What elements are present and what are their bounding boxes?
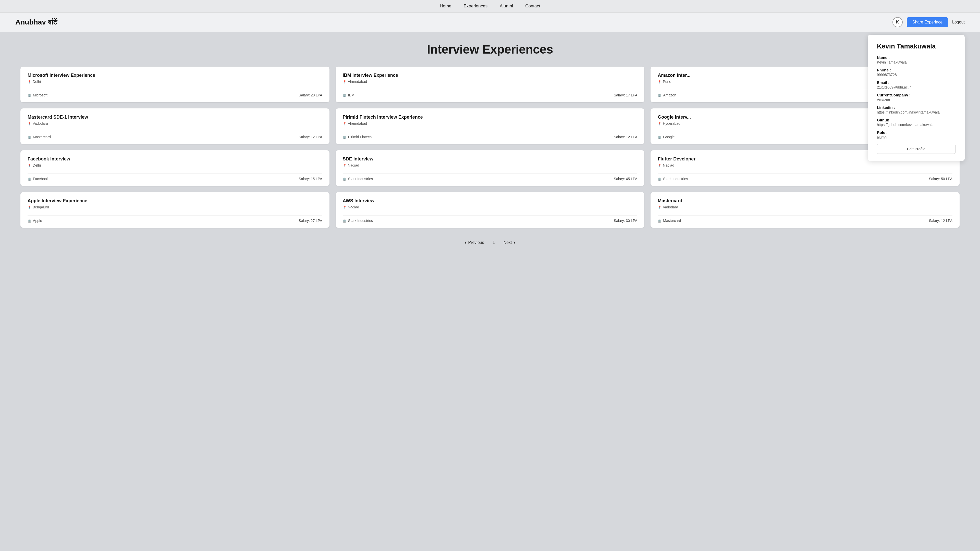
location-icon (343, 205, 347, 209)
nav-home[interactable]: Home (440, 3, 451, 9)
card-company-name: Microsoft (33, 93, 48, 97)
card-item[interactable]: AWS Interview Nadiad Stark Industries Sa… (336, 192, 645, 228)
card-location-text: Hyderabad (663, 121, 680, 125)
card-location-text: Vadodara (663, 205, 678, 209)
card-company-name: Facebook (33, 177, 48, 181)
card-company: Mastercard (658, 219, 681, 223)
card-company-name: Google (663, 135, 675, 139)
pagination: Previous 1 Next (21, 238, 959, 257)
card-location-text: Pune (663, 79, 671, 84)
card-location: Ahmedabad (343, 79, 638, 84)
profile-company-label: CurrentCompany : (877, 93, 956, 97)
github-link[interactable]: https://github.com/kevintamakuwala (877, 123, 934, 127)
card-salary: Salary: 45 LPA (614, 177, 637, 181)
building-icon (343, 135, 347, 139)
card-location: Ahemdabad (343, 121, 638, 125)
card-item[interactable]: SDE Interview Nadiad Stark Industries Sa… (336, 150, 645, 186)
profile-linkedin-value: https://linkedin.com/in/kevintamakuwala (877, 110, 956, 114)
card-location: Bengaluru (27, 205, 322, 209)
card-footer: Stark Industries Salary: 50 LPA (658, 173, 953, 181)
nav-experiences[interactable]: Experiences (464, 3, 488, 9)
share-experience-button[interactable]: Share Experince (907, 17, 948, 27)
card-location-text: Nadiad (348, 205, 359, 209)
card-title: Facebook Interview (27, 156, 322, 162)
card-company-name: Stark Industries (348, 177, 373, 181)
profile-phone-value: 9999873728 (877, 73, 956, 77)
next-button[interactable]: Next (504, 239, 515, 246)
card-company-name: IBM (348, 93, 355, 97)
location-icon (343, 79, 347, 84)
profile-company-field: CurrentCompany : Amazon (877, 93, 956, 102)
location-icon (658, 121, 662, 125)
card-item[interactable]: Facebook Interview Delhi Facebook Salary… (21, 150, 329, 186)
card-salary: Salary: 12 LPA (299, 135, 322, 139)
main-content: Interview Experiences Microsoft Intervie… (0, 32, 980, 268)
card-company: Microsoft (27, 93, 48, 97)
chevron-left-icon (465, 239, 466, 246)
card-salary: Salary: 15 LPA (299, 177, 322, 181)
card-item[interactable]: Microsoft Interview Experience Delhi Mic… (21, 67, 329, 102)
card-location-text: Ahemdabad (348, 121, 367, 125)
profile-role-value: alumni (877, 135, 956, 139)
card-footer: Stark Industries Salary: 45 LPA (343, 173, 638, 181)
building-icon (27, 219, 32, 223)
nav-alumni[interactable]: Alumni (500, 3, 513, 9)
card-salary: Salary: 20 LPA (299, 93, 322, 97)
profile-phone-label: Phone : (877, 68, 956, 72)
card-location: Delhi (27, 79, 322, 84)
card-title: Apple Interview Experience (27, 198, 322, 203)
profile-email-field: Email : 21ituts069@ddu.ac.in (877, 80, 956, 89)
location-icon (343, 163, 347, 167)
card-salary: Salary: 17 LPA (614, 93, 637, 97)
logout-button[interactable]: Logout (952, 20, 965, 24)
previous-button[interactable]: Previous (465, 239, 484, 246)
card-footer: IBM Salary: 17 LPA (343, 90, 638, 97)
card-salary: Salary: 12 LPA (614, 135, 637, 139)
card-company: Google (658, 135, 675, 139)
card-location: Vadodara (27, 121, 322, 125)
card-salary: Salary: 30 LPA (614, 219, 637, 223)
building-icon (27, 177, 32, 181)
card-item[interactable]: Mastercard SDE-1 interview Vadodara Mast… (21, 108, 329, 144)
card-title: SDE Interview (343, 156, 638, 162)
card-title: Mastercard SDE-1 interview (27, 114, 322, 120)
card-company: Amazon (658, 93, 676, 97)
building-icon (343, 93, 347, 97)
card-company-name: Mastercard (33, 135, 51, 139)
location-icon (658, 205, 662, 209)
card-location-text: Delhi (33, 163, 41, 167)
building-icon (27, 135, 32, 139)
profile-name-value: Kevin Tamakuwala (877, 60, 956, 64)
card-company: Pirimid Fintech (343, 135, 372, 139)
card-location: Vadodara (658, 205, 953, 209)
card-company-name: Mastercard (663, 219, 681, 223)
cards-grid: Microsoft Interview Experience Delhi Mic… (21, 67, 959, 228)
avatar[interactable]: K (892, 17, 903, 27)
card-salary: Salary: 27 LPA (299, 219, 322, 223)
card-company-name: Amazon (663, 93, 676, 97)
card-location: Nadiad (343, 163, 638, 167)
card-footer: Microsoft Salary: 20 LPA (27, 90, 322, 97)
card-item[interactable]: Pirimid Fintech Interview Experience Ahe… (336, 108, 645, 144)
location-icon (343, 121, 347, 125)
profile-display-name: Kevin Tamakuwala (877, 42, 956, 50)
profile-company-value: Amazon (877, 98, 956, 102)
card-footer: Mastercard Salary: 12 LPA (658, 215, 953, 223)
brand-title: Anubhav बांटें (15, 18, 57, 27)
card-company: Stark Industries (658, 177, 688, 181)
linkedin-link[interactable]: https://linkedin.com/in/kevintamakuwala (877, 110, 940, 114)
card-company-name: Stark Industries (348, 219, 373, 223)
nav-contact[interactable]: Contact (525, 3, 540, 9)
card-item[interactable]: IBM Interview Experience Ahmedabad IBM S… (336, 67, 645, 102)
card-item[interactable]: Apple Interview Experience Bengaluru App… (21, 192, 329, 228)
card-footer: Stark Industries Salary: 30 LPA (343, 215, 638, 223)
page-number: 1 (489, 238, 498, 247)
location-icon (27, 205, 32, 209)
profile-email-value: 21ituts069@ddu.ac.in (877, 85, 956, 89)
card-company-name: Stark Industries (663, 177, 688, 181)
edit-profile-button[interactable]: Edit Profile (877, 144, 956, 154)
location-icon (27, 121, 32, 125)
card-title: AWS Interview (343, 198, 638, 203)
card-location: Nadiad (658, 163, 953, 167)
card-item[interactable]: Mastercard Vadodara Mastercard Salary: 1… (651, 192, 959, 228)
